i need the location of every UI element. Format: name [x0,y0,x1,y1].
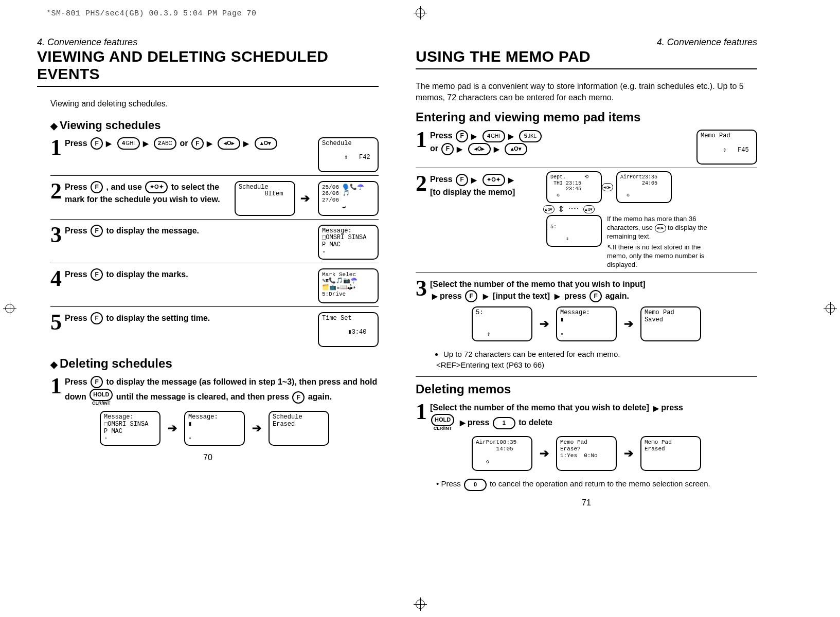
step-1-text: Press F▶ 4GHI▶ 2ABC or F▶ ◂O▸▶ ▴O▾ [65,137,315,150]
lcd-del-msg2: Message: ▮ ▫ [184,411,245,446]
key-f: F [91,312,103,324]
lcd-f42: Schedule ⇕ F42 [318,137,379,172]
arrow-big-icon: ➔ [168,422,177,435]
key-f: F [456,130,468,142]
del-step-1-text: Press F to display the message (as follo… [65,376,379,407]
title-right: USING THE MEMO PAD [416,48,757,69]
viewing-step-2: 2 Press F , and use ✦O✦ to select the ma… [50,175,379,216]
arrow-big-icon: ➔ [300,192,310,205]
memo-aside: If the memo has more than 36 characters,… [607,215,710,269]
step-4-text: Press F to display the marks. [65,268,315,281]
lcd-schedule-8item: Schedule 8Item [235,181,295,216]
m1-pre: Press [430,131,455,140]
key-f: F [456,174,468,186]
arrow-icon: ▶ [106,138,112,149]
arrow-icon: ▶ [460,418,466,428]
m2-pre: Press [430,175,455,184]
arrow-icon: ▶ [471,175,477,185]
m3c: [input the text] [493,292,552,300]
intro-right: The memo pad is a convenient way to stor… [416,81,757,103]
step-number-1-del: 1 [50,376,62,396]
step-number-3: 3 [416,278,427,299]
memo-del-step-1-text: [Select the number of the memo that you … [430,402,757,432]
step-number-2: 2 [416,173,427,194]
m3e: again. [605,292,629,300]
arrow-icon: ▶ [243,138,249,149]
key-f: F [91,181,103,193]
page-number-right: 71 [416,498,757,507]
breadcrumb-left: 4. Convenience features [37,37,379,48]
m3a: [Select the number of the memo that you … [430,280,646,288]
arrow-icon: ▶ [143,138,149,149]
step5-post: to display the setting time. [106,314,210,322]
key-0: 0 [464,479,487,491]
key-4ghi: 4GHI [482,130,505,142]
step4-pre: Press [65,270,90,279]
key-5jkl: 5JKL [519,130,542,142]
crop-mark-top [414,6,427,20]
step4-post: to display the marks. [106,270,188,279]
crop-mark-bottom [414,597,427,611]
arrow-big-icon: ➔ [540,317,549,331]
arrow-big-icon: ➔ [540,447,549,460]
arrow-icon: ▶ [432,291,438,301]
viewing-step-1: 1 Press F▶ 4GHI▶ 2ABC or F▶ ◂O▸▶ ▴O▾ Sch… [50,135,379,172]
step2b: , and use [106,183,145,191]
step-number-1: 1 [50,137,62,158]
deleting-step-1: 1 Press F to display the message (as fol… [50,374,379,407]
md1c: press [468,418,492,427]
key-f: F [91,137,103,150]
arrow-icon: ▶ [483,291,489,301]
lcd-del-erased: Schedule Erased [269,411,329,446]
lcd-mark-select: Mark Selec ✎☎📞🎵📷☂️ 🗂️📺☕︎📖⛳︎✈ 5:Drive [318,268,379,303]
step-number-1: 1 [416,130,427,150]
m2-post: [to display the memo] [430,188,515,196]
memo-note-2: <REF>Entering text (P63 to 66) [436,359,757,370]
lcd-memo5-empty: 5: ⇕ [546,215,602,247]
step3-pre: Press [65,226,90,235]
title-left: VIEWING AND DELETING SCHEDULED EVENTS [37,48,379,87]
m3b: press [440,292,464,300]
m3d: press [564,292,588,300]
arrow-big-icon: ➔ [624,447,633,460]
memo-del-lcd-row: AirPort08:35 14:05 ◇ ➔ Memo Pad Erase? 1… [416,436,757,471]
step-number-2: 2 [50,181,62,202]
breadcrumb-right: 4. Convenience features [416,37,757,48]
memo-step-2: 2 Press F▶ ✦O✦▶ [to display the memo] De… [416,168,757,269]
page-right: 4. Convenience features USING THE MEMO P… [397,37,757,507]
key-f: F [91,376,103,388]
step-3-text: Press F to display the message. [65,225,315,238]
page-number-left: 70 [37,453,379,462]
key-f: F [191,137,204,150]
step3-post: to display the message. [106,226,200,235]
del1c: until the message is cleared, and then p… [116,393,292,402]
lcd-m3-2: Message: ▮ ▫ [556,306,617,341]
key-nav-left: ◂O▸ [468,143,491,155]
deleting-lcd-row: Message: ⬚OMSRI SINSA P MAC ▫ ➔ Message:… [50,411,379,446]
arrow-big-icon: ➔ [624,317,633,331]
key-1: 1 [493,417,515,429]
nav-mini-icon: ◂o▸ [602,183,613,191]
nav-mini-icon: ▴o▾ [543,205,555,213]
step-2-text: Press F , and use ✦O✦ to select the mark… [65,181,231,206]
key-f: F [441,143,454,155]
lcd-md-erased: Memo Pad Erased [640,436,701,471]
deleting-schedules-head: ◆Deleting schedules [50,356,379,371]
key-hold: HOLDCLR/INT [430,414,455,432]
arrow-icon: ▶ [508,175,514,185]
crop-mark-right [824,302,837,315]
memo-step-2-text: Press F▶ ✦O✦▶ [to display the memo] [430,173,543,198]
md1b: press [661,403,683,412]
crop-mark-left [3,302,16,315]
arrow-icon: ▶ [555,291,560,301]
lcd-md-1: AirPort08:35 14:05 ◇ [472,436,532,471]
arrow-icon: ▶ [653,403,659,413]
memo-notes: Up to 72 characters can be entered for e… [436,349,757,370]
arrow-icon: ▶ [457,144,462,154]
viewing-schedules-label: Viewing schedules [60,119,160,132]
aside2: If there is no text stored in the memo, … [607,243,704,268]
lcd-dept: Dept. ⟲ THI 23:15 23:45 ◇ [546,171,602,203]
arrow-icon: ▶ [471,131,477,141]
key-nav-updown: ▴O▾ [505,143,527,155]
viewing-step-4: 4 Press F to display the marks. Mark Sel… [50,263,379,303]
